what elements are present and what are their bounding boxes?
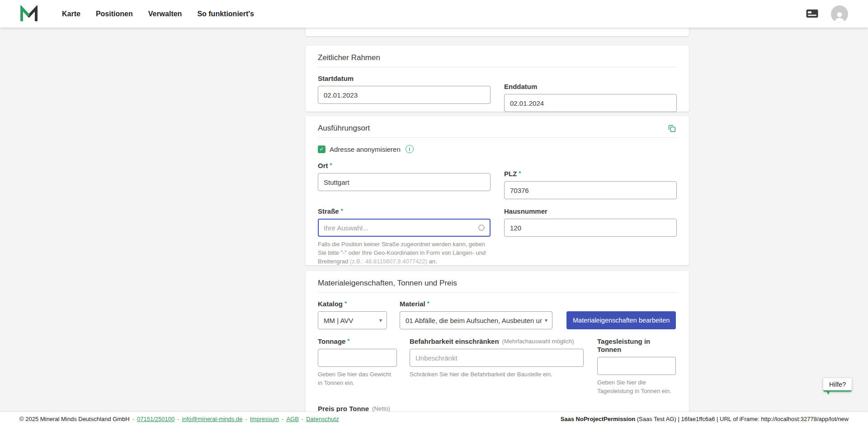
footer-email-link[interactable]: info@mineral-minds.de [182, 416, 243, 422]
chevron-down-icon: ▾ [545, 317, 547, 323]
tonnage-hint: Geben Sie hier das Gewicht in Tonnen ein… [318, 370, 397, 388]
footer-datenschutz-link[interactable]: Datenschutz [306, 416, 339, 422]
footer-environment-info: Saas NoProjectPermission (Saas Test AG) … [561, 416, 849, 422]
strasse-hint-suffix: an. [429, 258, 437, 265]
required-asterisk: * [347, 337, 349, 344]
hausnummer-input[interactable] [504, 219, 677, 237]
anonymize-checkbox[interactable]: ✓ [318, 145, 326, 153]
user-avatar-icon[interactable] [831, 5, 848, 23]
tonnage-label-text: Tonnage [318, 337, 345, 346]
nav-item-so-funktionierts[interactable]: So funktioniert's [197, 10, 254, 18]
card-reader-icon[interactable] [806, 9, 818, 19]
material-select[interactable]: 01 Abfälle, die beim Aufsuchen, Ausbeute… [400, 311, 552, 329]
field-hausnummer: Hausnummer [504, 207, 677, 237]
copy-icon[interactable] [667, 123, 677, 133]
required-asterisk: * [519, 170, 521, 177]
strasse-hint-coords: (z.B.: 48.8115607,9.4077422) [350, 258, 427, 265]
nav-item-positionen[interactable]: Positionen [96, 10, 133, 18]
field-tonnage: Tonnage * Geben Sie hier das Gewicht in … [318, 337, 397, 388]
ort-input[interactable] [318, 173, 491, 191]
main-content: Zeitlicher Rahmen Startdatum Enddatum Au… [0, 0, 868, 426]
enddatum-input[interactable] [504, 94, 677, 112]
main-nav: Karte Positionen Verwalten So funktionie… [62, 10, 254, 18]
tonnage-input[interactable] [318, 349, 397, 367]
hausnummer-label-text: Hausnummer [504, 207, 547, 215]
footer-env-details: (Saas Test AG) | 16fae1ffc6a6 | URL of i… [635, 416, 849, 422]
katalog-value: MM | AVV [324, 317, 377, 324]
card-materialeigenschaften: Materialeigenschaften, Tonnen und Preis … [306, 271, 689, 426]
befahrbarkeit-hint: Schränken Sie hier die Befahrbarkeit der… [410, 370, 584, 379]
footer-separator: · [177, 416, 179, 422]
divider [318, 137, 677, 138]
footer-left: © 2025 Mineral Minds Deutschland GmbH · … [19, 416, 339, 422]
section-title-material: Materialeigenschaften, Tonnen und Preis [318, 278, 677, 288]
preis-label-text: Preis pro Tonne [318, 405, 369, 413]
material-label-text: Material [400, 300, 425, 308]
preis-label: Preis pro Tonne (Netto) [318, 405, 677, 413]
strasse-label: Straße * [318, 207, 491, 215]
header-icons [806, 5, 848, 23]
footer-separator: · [302, 416, 303, 422]
help-bubble-tail [826, 391, 830, 395]
strasse-input[interactable] [318, 219, 491, 237]
mineral-minds-logo[interactable] [19, 5, 38, 23]
ort-label: Ort * [318, 162, 491, 170]
field-ort: Ort * [318, 162, 491, 191]
field-enddatum: Enddatum [504, 83, 677, 112]
footer-impressum-link[interactable]: Impressum [250, 416, 279, 422]
divider [318, 292, 677, 293]
footer-agb-link[interactable]: AGB [286, 416, 298, 422]
katalog-label-text: Katalog [318, 300, 343, 308]
preis-label-suffix: (Netto) [372, 405, 390, 413]
loading-spinner-icon [478, 224, 485, 233]
card-ausfuehrungsort: Ausführungsort ✓ Adresse anonymisieren i… [306, 116, 689, 265]
strasse-hint: Falls die Position keiner Straße zugeord… [318, 240, 488, 266]
field-startdatum: Startdatum [318, 75, 491, 104]
top-navbar: Karte Positionen Verwalten So funktionie… [0, 0, 868, 28]
tonnage-label: Tonnage * [318, 337, 397, 346]
material-value: 01 Abfälle, die beim Aufsuchen, Ausbeute… [406, 317, 542, 324]
startdatum-label: Startdatum [318, 75, 491, 83]
plz-label: PLZ * [504, 170, 677, 178]
hausnummer-label: Hausnummer [504, 207, 677, 215]
edit-material-properties-button[interactable]: Materialeigenschaften bearbeiten [566, 311, 676, 329]
tagesleistung-hint: Geben Sie hier die Tagesleistung in Tonn… [597, 379, 676, 396]
enddatum-label-text: Enddatum [504, 83, 537, 91]
chevron-down-icon: ▾ [379, 317, 382, 323]
info-icon[interactable]: i [406, 145, 414, 153]
nav-item-karte[interactable]: Karte [62, 10, 80, 18]
footer-phone-link[interactable]: 07151/250100 [137, 416, 175, 422]
field-strasse: Straße * Falls die Position keiner Straß… [318, 207, 491, 266]
befahrbarkeit-label-suffix: (Mehrfachauswahl möglich) [502, 337, 574, 346]
field-tagesleistung: Tagesleistung in Tonnen Geben Sie hier d… [597, 337, 676, 396]
tagesleistung-input[interactable] [597, 357, 676, 375]
logo-icon [19, 5, 38, 23]
plz-input[interactable] [504, 181, 677, 199]
field-befahrbarkeit: Befahrbarkeit einschränken (Mehrfachausw… [410, 337, 584, 379]
befahrbarkeit-label-text: Befahrbarkeit einschränken [410, 337, 499, 346]
footer-bar: © 2025 Mineral Minds Deutschland GmbH · … [0, 412, 868, 426]
tagesleistung-label: Tagesleistung in Tonnen [597, 337, 676, 354]
nav-item-verwalten[interactable]: Verwalten [148, 10, 182, 18]
plz-label-text: PLZ [504, 170, 517, 178]
anonymize-row: ✓ Adresse anonymisieren i [318, 145, 677, 153]
help-button-label: Hilfe? [829, 381, 846, 388]
startdatum-input[interactable] [318, 86, 491, 104]
befahrbarkeit-label: Befahrbarkeit einschränken (Mehrfachausw… [410, 337, 584, 346]
katalog-label: Katalog * [318, 300, 387, 308]
required-asterisk: * [330, 162, 332, 169]
required-asterisk: * [341, 207, 343, 214]
divider [318, 67, 677, 67]
material-label: Material * [400, 300, 552, 308]
section-title-zeitlicher-rahmen: Zeitlicher Rahmen [318, 53, 677, 63]
footer-separator: · [132, 416, 134, 422]
footer-separator: · [245, 416, 247, 422]
enddatum-label: Enddatum [504, 83, 677, 91]
befahrbarkeit-input[interactable] [410, 349, 584, 367]
help-button[interactable]: Hilfe? [823, 378, 852, 392]
katalog-select[interactable]: MM | AVV ▾ [318, 311, 387, 329]
check-icon: ✓ [319, 146, 324, 152]
card-zeitlicher-rahmen: Zeitlicher Rahmen Startdatum Enddatum [306, 46, 689, 112]
footer-copyright: © 2025 Mineral Minds Deutschland GmbH [19, 416, 130, 422]
footer-separator: · [282, 416, 283, 422]
